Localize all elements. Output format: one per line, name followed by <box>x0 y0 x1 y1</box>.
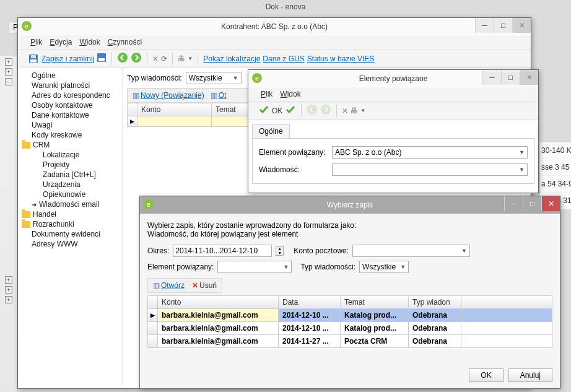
ok-check-icon[interactable] <box>258 104 269 117</box>
tree-folder-rozrachunki[interactable]: Rozrachunki <box>20 219 120 229</box>
maximize-button[interactable]: □ <box>523 196 541 211</box>
menu-plik[interactable]: Plik <box>261 90 272 98</box>
close-button[interactable]: ✕ <box>512 18 531 33</box>
tree-item-mail[interactable]: ➜ Wiadomości email <box>20 199 120 209</box>
new-link-button[interactable]: Nowy (Powiązanie) <box>141 91 204 100</box>
col-temat[interactable]: Temat <box>341 296 409 308</box>
window-title: Elementy powiązane <box>359 74 428 83</box>
close-button[interactable]: ✕ <box>541 196 560 211</box>
menu-widok[interactable]: Widok <box>280 90 300 98</box>
tab-ogolne[interactable]: Ogólne <box>252 124 290 138</box>
col-typ[interactable]: Typ wiadon <box>409 296 461 308</box>
open-button[interactable]: Ot <box>219 91 227 100</box>
open-button[interactable]: Otwórz <box>161 281 185 290</box>
close-button[interactable]: ✕ <box>520 70 538 85</box>
tree-expand-icon[interactable]: + <box>5 286 12 294</box>
delete-x-icon[interactable]: ✕ <box>192 281 198 290</box>
tools-icon[interactable]: ✕ <box>152 54 159 63</box>
okres-input[interactable] <box>173 245 272 257</box>
tools-icon[interactable]: ✕ <box>342 107 348 115</box>
tree-item[interactable]: Dokumenty ewidenci <box>20 229 120 239</box>
tree-expand-icon[interactable]: + <box>5 296 12 303</box>
col-konto[interactable]: Konto <box>137 103 212 116</box>
dropdown-icon[interactable]: ▼ <box>188 56 193 61</box>
wiadomosc-label: Wiadomość: <box>259 165 327 174</box>
instruction-text2: Wiadomość, do której powiązany jest elem… <box>147 230 552 238</box>
tree-item[interactable]: Uwagi <box>20 120 120 130</box>
table-row[interactable]: ▶ barbara.kielnia@gmail.com 2014-12-10 .… <box>147 309 552 322</box>
toolbar-link-vies[interactable]: Status w bazie VIES <box>307 54 375 63</box>
tree-expand-icon[interactable]: + <box>5 276 12 284</box>
svg-point-8 <box>321 105 331 115</box>
tree-item[interactable]: Zadania [Ctrl+L] <box>20 170 120 180</box>
col-data[interactable]: Data <box>279 296 341 308</box>
tree-folder-handel[interactable]: Handel <box>20 209 120 219</box>
toolbar-link-gus[interactable]: Dane z GUS <box>263 54 304 63</box>
tree-item[interactable]: Osoby kontaktowe <box>20 100 120 110</box>
element-combo[interactable]: ABC Sp. z o.o (Abc)▼ <box>332 146 528 159</box>
tree-item[interactable]: Adresy WWW <box>20 239 120 249</box>
menu-widok[interactable]: Widok <box>79 38 100 46</box>
nav-back-icon[interactable] <box>117 52 128 65</box>
tree-item[interactable]: Warunki płatności <box>20 81 120 90</box>
typ-combo[interactable]: Wszystkie▼ <box>359 261 409 273</box>
tree-item[interactable]: Dane kontaktowe <box>20 110 120 120</box>
refresh-icon[interactable]: ⟳ <box>161 54 167 63</box>
tree-item[interactable]: Kody kreskowe <box>20 130 120 140</box>
toolbar: OK ✕ 🖶 ▼ <box>248 101 538 120</box>
print-icon[interactable]: 🖶 <box>351 107 358 115</box>
titlebar: e Kontrahent: ABC Sp. z o.o (Abc) ─ □ ✕ <box>18 18 531 35</box>
tree-item[interactable]: Urządzenia <box>20 180 120 189</box>
arrow-icon: ➜ <box>32 201 37 208</box>
tree-folder-crm[interactable]: CRM <box>20 140 120 150</box>
menu-plik[interactable]: Plik <box>30 38 42 46</box>
table-row[interactable]: barbara.kielnia@gmail.com 2014-11-27 ...… <box>147 335 552 348</box>
element-combo[interactable]: ▼ <box>217 261 292 273</box>
nav-forward-icon[interactable] <box>320 104 331 117</box>
tree-expand-icon[interactable]: + <box>5 68 12 76</box>
tree-item[interactable]: Projekty <box>20 160 120 170</box>
minimize-button[interactable]: ─ <box>482 70 501 85</box>
dropdown-icon[interactable]: ▼ <box>360 108 365 113</box>
open-icon[interactable]: ▥ <box>211 91 217 100</box>
action-toolbar: ▥ Otwórz ✕ Usuń <box>147 278 222 293</box>
konto-combo[interactable]: ▼ <box>352 245 470 257</box>
calendar-icon[interactable]: ▥ <box>133 91 139 100</box>
toolbar: Zapisz i zamknij ✕ ⟳ 🖶 ▼ Pokaż lokalizac… <box>18 49 531 68</box>
menu-czynnosci[interactable]: Czynności <box>108 38 142 46</box>
save-disk-icon[interactable] <box>28 53 39 64</box>
svg-rect-4 <box>98 58 105 61</box>
print-icon[interactable]: 🖶 <box>178 54 185 63</box>
col-konto[interactable]: Konto <box>158 296 279 308</box>
save-icon[interactable] <box>97 53 107 64</box>
open-icon[interactable]: ▥ <box>153 281 160 290</box>
tree-item[interactable]: Lokalizacje <box>20 150 120 160</box>
check-icon[interactable] <box>285 104 296 117</box>
cancel-button[interactable]: Anuluj <box>508 368 552 382</box>
wiadomosc-combo[interactable]: ▼ <box>332 163 528 176</box>
tree-item[interactable]: Adres do korespondenc <box>20 90 120 100</box>
table-row[interactable]: barbara.kielnia@gmail.com 2014-12-10 ...… <box>147 322 552 335</box>
maximize-button[interactable]: □ <box>501 70 520 85</box>
toolbar-link-lokalizacje[interactable]: Pokaż lokalizacje <box>203 54 260 63</box>
ok-label[interactable]: OK <box>272 107 282 115</box>
nav-forward-icon[interactable] <box>131 52 142 65</box>
tree-item[interactable]: Ogólne <box>20 71 120 81</box>
save-and-close-button[interactable]: Zapisz i zamknij <box>41 54 94 63</box>
menubar: Plik Widok <box>248 87 538 101</box>
tree-item[interactable]: Opiekunowie <box>20 189 120 199</box>
ok-button[interactable]: OK <box>469 368 503 382</box>
maximize-button[interactable]: □ <box>494 18 512 33</box>
nav-back-icon[interactable] <box>307 104 318 117</box>
minimize-button[interactable]: ─ <box>475 18 494 33</box>
typ-combo[interactable]: Wszystkie▼ <box>186 72 242 84</box>
navigation-tree: Ogólne Warunki płatności Adres do koresp… <box>18 68 123 386</box>
tree-expand-icon[interactable]: + <box>5 58 12 66</box>
tree-collapse-icon[interactable]: − <box>5 78 12 85</box>
row-marker-icon: ▶ <box>148 309 158 321</box>
minimize-button[interactable]: ─ <box>504 196 523 211</box>
left-tree-gutter: + + − + + + ★ <box>0 56 17 392</box>
spinner[interactable]: ▲▼ <box>276 246 284 256</box>
menu-edycja[interactable]: Edycja <box>50 38 72 46</box>
delete-button[interactable]: Usuń <box>199 281 217 290</box>
